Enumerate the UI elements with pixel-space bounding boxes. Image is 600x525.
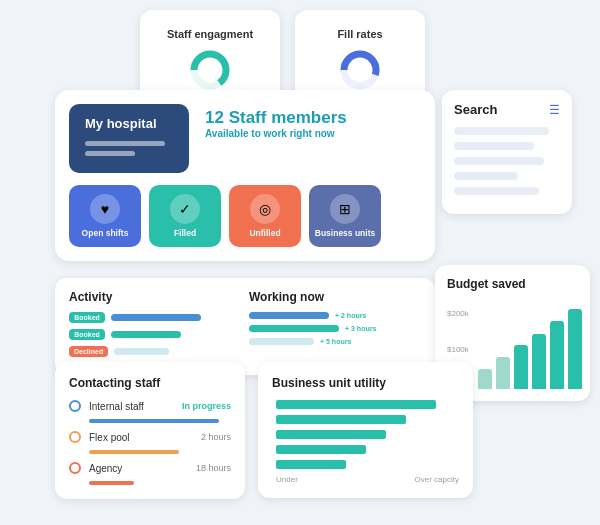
contacting-staff-title: Contacting staff (69, 376, 231, 390)
fill-rates-title: Fill rates (337, 28, 382, 40)
axis-label-over: Over capcity (415, 475, 459, 484)
flex-pool-bar-wrap (69, 450, 231, 454)
internal-staff-status: In progress (182, 401, 231, 411)
internal-staff-name: Internal staff (89, 401, 174, 412)
search-title: Search (454, 102, 497, 117)
biz-bar-item-4 (276, 445, 459, 454)
biz-bar-item-2 (276, 415, 459, 424)
search-line-4 (454, 172, 518, 180)
y-label-200k: $200k (447, 309, 469, 318)
unfilled-label: Unfilled (249, 228, 280, 238)
search-line-2 (454, 142, 534, 150)
time-badge-3: + 5 hours (320, 338, 351, 345)
activity-bar-1 (111, 314, 201, 321)
search-card: Search ☰ (442, 90, 572, 214)
business-units-label: Business units (315, 228, 375, 238)
staff-count: 12 Staff members (205, 108, 347, 128)
flex-pool-time: 2 hours (201, 432, 231, 442)
flex-pool-name: Flex pool (89, 432, 193, 443)
budget-bar-4 (532, 334, 546, 389)
agency-bar (89, 481, 134, 485)
working-item-2: + 3 hours (249, 325, 421, 332)
activity-title: Activity (69, 290, 241, 304)
icon-row: ♥ Open shifts ✓ Filled ◎ Unfilled ⊞ Busi… (69, 185, 421, 247)
working-item-3: + 5 hours (249, 338, 421, 345)
open-shifts-button[interactable]: ♥ Open shifts (69, 185, 141, 247)
business-unit-card: Business unit utility Under Over capcity (258, 362, 473, 498)
unfilled-icon: ◎ (250, 194, 280, 224)
filled-button[interactable]: ✓ Filled (149, 185, 221, 247)
booked-badge-2: Booked (69, 329, 105, 340)
activity-bar-2 (111, 331, 181, 338)
working-bar-1 (249, 312, 329, 319)
filter-icon[interactable]: ☰ (549, 103, 560, 117)
business-chart: Under Over capcity (272, 400, 459, 484)
business-units-button[interactable]: ⊞ Business units (309, 185, 381, 247)
biz-bar-1 (276, 400, 436, 409)
hospital-bar-1 (85, 141, 165, 146)
working-now-section: Working now + 2 hours + 3 hours + 5 hour… (249, 290, 421, 363)
y-label-100k: $100k (447, 345, 469, 354)
search-line-3 (454, 157, 544, 165)
my-hospital-title: My hospital (85, 116, 173, 131)
staff-info: 12 Staff members Available to work right… (205, 104, 347, 139)
axis-label-under: Under (276, 475, 298, 484)
budget-bar-1 (478, 369, 492, 389)
agency-time: 18 hours (196, 463, 231, 473)
my-hospital-box: My hospital (69, 104, 189, 173)
budget-bar-6 (568, 309, 582, 389)
time-badge-1: + 2 hours (335, 312, 366, 319)
bars-container (478, 309, 582, 389)
agency-name: Agency (89, 463, 188, 474)
business-unit-title: Business unit utility (272, 376, 459, 390)
budget-bar-3 (514, 345, 528, 389)
biz-bar-item-5 (276, 460, 459, 469)
activity-item-1: Booked (69, 312, 241, 323)
time-badge-2: + 3 hours (345, 325, 376, 332)
budget-bar-2 (496, 357, 510, 389)
budget-bar-5 (550, 321, 564, 389)
biz-bar-3 (276, 430, 386, 439)
contact-internal-staff: Internal staff In progress (69, 400, 231, 412)
working-now-title: Working now (249, 290, 421, 304)
declined-badge: Declined (69, 346, 108, 357)
budget-title: Budget saved (447, 277, 578, 291)
business-units-icon: ⊞ (330, 194, 360, 224)
search-header: Search ☰ (454, 102, 560, 117)
internal-staff-dot (69, 400, 81, 412)
activity-card: Activity Booked Booked Declined Working … (55, 278, 435, 375)
open-shifts-label: Open shifts (82, 228, 129, 238)
contact-agency: Agency 18 hours (69, 462, 231, 474)
filled-label: Filled (174, 228, 196, 238)
staff-engagement-donut (188, 48, 232, 92)
main-hospital-card: My hospital 12 Staff members Available t… (55, 90, 435, 261)
biz-bar-2 (276, 415, 406, 424)
activity-item-3: Declined (69, 346, 241, 357)
biz-bar-4 (276, 445, 366, 454)
flex-pool-bar (89, 450, 179, 454)
biz-bar-5 (276, 460, 346, 469)
search-line-1 (454, 127, 549, 135)
staff-engagement-title: Staff engagment (167, 28, 253, 40)
biz-bar-item-1 (276, 400, 459, 409)
open-shifts-icon: ♥ (90, 194, 120, 224)
filled-icon: ✓ (170, 194, 200, 224)
booked-badge-1: Booked (69, 312, 105, 323)
internal-staff-bar (89, 419, 219, 423)
working-item-1: + 2 hours (249, 312, 421, 319)
flex-pool-dot (69, 431, 81, 443)
biz-bar-item-3 (276, 430, 459, 439)
agency-bar-wrap (69, 481, 231, 485)
contacting-staff-card: Contacting staff Internal staff In progr… (55, 362, 245, 499)
main-header: My hospital 12 Staff members Available t… (69, 104, 421, 173)
working-bar-3 (249, 338, 314, 345)
contact-flex-pool: Flex pool 2 hours (69, 431, 231, 443)
unfilled-button[interactable]: ◎ Unfilled (229, 185, 301, 247)
search-line-5 (454, 187, 539, 195)
activity-bar-3 (114, 348, 169, 355)
internal-staff-bar-wrap (69, 419, 231, 423)
fill-rates-donut (338, 48, 382, 92)
activity-section: Activity Booked Booked Declined (69, 290, 241, 363)
activity-item-2: Booked (69, 329, 241, 340)
agency-dot (69, 462, 81, 474)
